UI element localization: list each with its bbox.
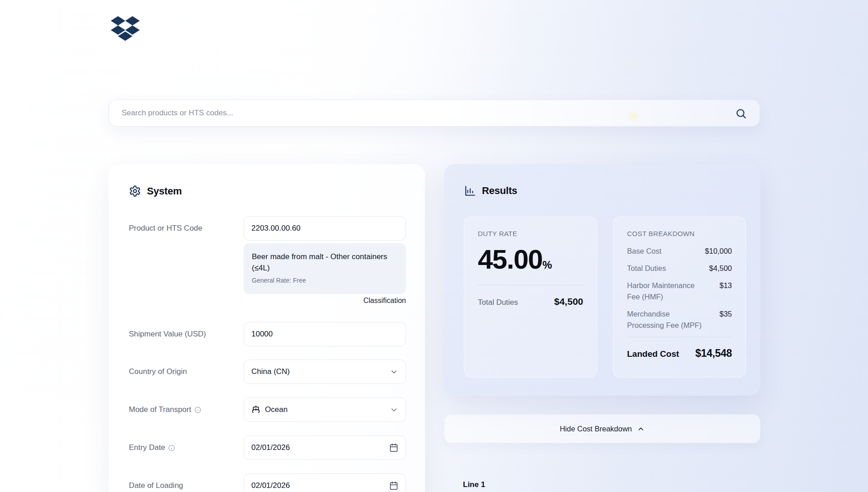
shipment-value-input[interactable]: [251, 330, 398, 339]
bar-chart-icon: [464, 185, 476, 197]
cost-row-label: Harbor Maintenance Fee (HMF): [627, 280, 703, 303]
landed-cost-value: $14,548: [695, 347, 732, 360]
calendar-icon[interactable]: [389, 481, 398, 490]
country-value: China (CN): [251, 367, 290, 376]
chevron-up-icon: [637, 425, 645, 433]
loading-date-label: Date of Loading: [129, 473, 183, 492]
cost-row: Harbor Maintenance Fee (HMF) $13: [627, 280, 732, 303]
cost-row-label: Total Duties: [627, 263, 666, 274]
cost-row: Total Duties $4,500: [627, 263, 732, 274]
duty-rate-card: DUTY RATE 45.00% Total Duties $4,500: [464, 217, 597, 378]
hts-code-label: Product or HTS Code: [129, 216, 203, 241]
entry-date-field: [244, 435, 406, 460]
duty-rate-label: DUTY RATE: [478, 230, 583, 237]
hts-general-rate: General Rate: Free: [252, 277, 398, 284]
cost-breakdown-rows: Base Cost $10,000 Total Duties $4,500 Ha…: [627, 246, 732, 331]
results-panel-title: Results: [482, 185, 517, 197]
total-duties-row: Total Duties $4,500: [478, 296, 583, 307]
chevron-down-icon: [390, 368, 398, 376]
transport-label: Mode of Transport: [129, 397, 201, 422]
chevron-down-icon: [390, 406, 398, 414]
results-panel: Results DUTY RATE 45.00% Total Duties $4…: [444, 164, 760, 396]
cost-row-label: Base Cost: [627, 246, 661, 257]
search-input[interactable]: [109, 100, 760, 126]
hts-description-card: Beer made from malt - Other containers (…: [244, 243, 406, 294]
landed-cost-row: Landed Cost $14,548: [627, 347, 732, 360]
cost-row: Base Cost $10,000: [627, 246, 732, 257]
shipment-value-label: Shipment Value (USD): [129, 322, 206, 346]
system-panel-header: System: [129, 185, 182, 197]
duty-rate-value: 45.00%: [478, 244, 583, 275]
entry-date-label: Entry Date: [129, 435, 175, 460]
duty-rate-unit: %: [542, 259, 552, 271]
cost-row-value: $13: [719, 280, 732, 291]
info-icon[interactable]: [168, 445, 175, 451]
cost-row: Merchandise Processing Fee (MPF) $35: [627, 308, 732, 331]
dropbox-logo[interactable]: [111, 14, 140, 43]
cost-row-value: $35: [719, 308, 732, 320]
hide-cost-breakdown-button[interactable]: Hide Cost Breakdown: [444, 414, 760, 443]
cost-row-value: $10,000: [705, 246, 732, 257]
hts-description-text: Beer made from malt - Other containers (…: [252, 251, 398, 274]
ship-icon: [251, 405, 260, 414]
landed-cost-label: Landed Cost: [627, 349, 679, 359]
system-panel-title: System: [147, 185, 182, 197]
search-bar: [108, 99, 760, 127]
loading-date-input[interactable]: [251, 481, 385, 490]
gear-icon: [129, 185, 141, 197]
divider: [627, 337, 732, 337]
total-duties-label: Total Duties: [478, 298, 518, 307]
classification-link[interactable]: Classification: [363, 297, 406, 305]
total-duties-value: $4,500: [554, 296, 583, 307]
search-icon[interactable]: [735, 108, 747, 119]
transport-value: Ocean: [265, 405, 288, 414]
shipment-value-field: [244, 322, 406, 346]
line-1-heading: Line 1: [463, 480, 485, 489]
entry-date-input[interactable]: [251, 443, 385, 452]
system-panel: System Product or HTS Code Beer made fro…: [108, 164, 425, 492]
divider: [478, 285, 583, 285]
transport-label-text: Mode of Transport: [129, 405, 191, 414]
info-icon[interactable]: [194, 407, 201, 413]
hts-code-input[interactable]: [251, 224, 398, 233]
hide-cost-breakdown-label: Hide Cost Breakdown: [560, 425, 632, 433]
country-label: Country of Origin: [129, 360, 187, 384]
results-panel-header: Results: [464, 185, 517, 197]
entry-date-label-text: Entry Date: [129, 443, 165, 452]
dropbox-logo-icon: [111, 14, 140, 43]
duty-rate-number: 45.00: [478, 244, 542, 274]
cost-row-label: Merchandise Processing Fee (MPF): [627, 308, 703, 331]
loading-date-field: [244, 473, 406, 492]
calendar-icon[interactable]: [389, 443, 398, 452]
transport-select[interactable]: Ocean: [244, 397, 406, 422]
hts-code-field: [244, 216, 406, 241]
country-select[interactable]: China (CN): [244, 360, 406, 384]
cost-row-value: $4,500: [709, 263, 732, 274]
cost-breakdown-card: COST BREAKDOWN Base Cost $10,000 Total D…: [613, 217, 746, 378]
cost-breakdown-label: COST BREAKDOWN: [627, 230, 732, 237]
